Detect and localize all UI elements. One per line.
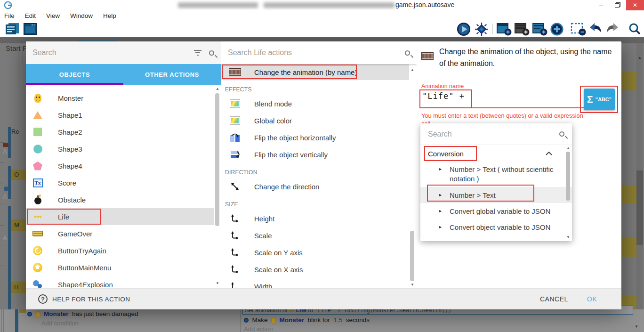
object-row-gameover[interactable]: GameOver [26,225,214,242]
add-object-icon[interactable] [550,22,564,36]
add-external-layout-icon[interactable] [532,22,548,36]
scroll-down-icon[interactable]: ▼ [411,283,414,287]
search-icon[interactable] [405,50,410,56]
triangle-icon [32,110,43,120]
objects-scrollbar-thumb[interactable] [215,93,219,226]
action-row-global-color[interactable]: Global color [221,112,409,129]
action-row-scale-x[interactable]: Scale on X axis [221,261,409,278]
tab-other-actions[interactable]: OTHER ACTIONS [123,64,221,85]
object-row-shape4[interactable]: Shape4 [26,157,214,174]
close-button[interactable]: ✕ [626,0,644,10]
help-link[interactable]: HELP FOR THIS ACTION [52,296,130,303]
object-row-life[interactable]: ♥♥♥Life [26,208,214,225]
ok-button[interactable]: OK [587,295,597,303]
action-row-flip-vertical[interactable]: Flip the object vertically [221,146,409,163]
action-row-scale-y[interactable]: Scale on Y axis [221,244,409,261]
action-row-change-direction[interactable]: Change the direction [221,178,409,195]
add-external-events-icon[interactable] [514,22,530,36]
object-row-buttontryagain[interactable]: ButtonTryAgain [26,242,214,259]
play-icon[interactable] [457,22,471,36]
action-row-change-animation[interactable]: Change the animation (by name) [221,64,409,80]
search-icon[interactable] [628,22,641,35]
actions-scrollbar-thumb[interactable] [410,231,414,281]
object-row-buttonmainmenu[interactable]: ButtonMainMenu [26,259,214,276]
title-bar: game.json.autosave – ✕ [0,0,644,10]
cancel-button[interactable]: CANCEL [540,295,568,303]
dialog-footer: ? HELP FOR THIS ACTION CANCEL OK [26,288,621,309]
object-row-obstacle[interactable]: Obstacle [26,191,214,208]
object-row-score[interactable]: TxScore [26,174,214,191]
menu-help[interactable]: Help [103,12,116,19]
expression-search-bar [420,123,572,145]
explosion-icon [32,279,43,288]
object-row-shape2[interactable]: Shape2 [26,123,214,140]
tab-objects[interactable]: OBJECTS [26,64,123,85]
scroll-up-icon[interactable]: ▲ [216,87,219,91]
group-conversion[interactable]: Conversion [420,145,572,162]
close-icon: ✕ [633,2,637,8]
expression-item-number-text-nosci[interactable]: ▸ Number > Text ( without scientific not… [420,162,572,187]
object-label: Shape4 [58,162,82,170]
minimize-icon: – [599,1,603,9]
action-row-scale[interactable]: Scale [221,227,409,244]
object-label: ButtonMainMenu [58,264,111,272]
size-arrow-icon [228,264,242,275]
animation-film-icon [421,52,434,60]
hearts-icon: ♥♥♥ [32,211,43,222]
actions-search-input[interactable] [228,49,398,57]
expression-item-object-json[interactable]: ▸ Convert object variable to JSON [420,219,572,235]
object-row-shape3[interactable]: Shape3 [26,140,214,157]
expression-builder-button[interactable]: Σ "ABC" [584,89,615,110]
minimize-button[interactable]: – [594,0,608,10]
expression-scrollbar-thumb[interactable] [566,152,570,201]
direction-arrow-icon [228,181,242,192]
toolbar [0,21,644,37]
search-icon[interactable] [559,131,564,137]
scroll-down-icon[interactable]: ▼ [566,235,570,239]
animation-name-input[interactable]: "Life" + [422,91,465,101]
object-row-shape1[interactable]: Shape1 [26,106,214,123]
scene-editor-icon[interactable] [23,22,38,35]
expression-button-label: "ABC" [596,97,612,102]
action-description: Change the animation of the object, usin… [439,46,616,70]
action-label: Width [254,283,272,289]
undo-icon[interactable] [588,22,603,34]
retry-button-icon [32,245,43,256]
scroll-up-icon[interactable]: ▲ [411,68,414,72]
action-editor-dialog: OBJECTS OTHER ACTIONS Monster Shape1 Sha… [26,41,621,309]
redo-icon[interactable] [605,22,620,34]
bullet-icon: ▸ [439,191,450,197]
action-label: Flip the object horizontally [254,134,336,142]
menu-window[interactable]: Window [70,12,93,19]
action-row-flip-horizontal[interactable]: Flip the object horizontally [221,129,409,146]
expression-item-number-text[interactable]: ▸ Number > Text [420,187,572,203]
expression-item-global-json[interactable]: ▸ Convert global variable to JSON [420,203,572,219]
scroll-up-icon[interactable]: ▲ [566,146,570,150]
expression-search-input[interactable] [428,130,554,138]
scroll-down-icon[interactable]: ▼ [216,281,219,285]
events-sheet-icon[interactable] [5,22,20,35]
maximize-button[interactable] [610,0,624,10]
menu-edit[interactable]: Edit [25,12,36,19]
filter-icon[interactable] [194,50,201,56]
action-row-blend-mode[interactable]: Blend mode [221,95,409,112]
object-row-monster[interactable]: Monster [26,89,214,106]
objects-list: Monster Shape1 Shape2 Shape3 Shape4 TxSc… [26,85,221,288]
object-row-shape4explosion[interactable]: Shape4Explosion [26,276,214,288]
object-label: Score [58,179,76,187]
objects-search-input[interactable] [32,49,186,57]
animation-film-icon [228,66,242,78]
menu-file[interactable]: File [4,12,15,19]
chevron-up-icon[interactable] [546,152,552,155]
action-row-width[interactable]: Width [221,278,409,288]
add-scene-icon[interactable] [496,22,512,36]
debugger-icon[interactable] [475,22,489,36]
remove-icon[interactable] [571,22,587,36]
search-icon[interactable] [209,50,214,56]
menu-view[interactable]: View [46,12,60,19]
action-row-height[interactable]: Height [221,210,409,227]
size-arrow-icon [228,247,242,258]
flip-horizontal-icon [228,132,242,143]
pentagon-icon [32,161,43,171]
size-arrow-icon [228,230,242,241]
